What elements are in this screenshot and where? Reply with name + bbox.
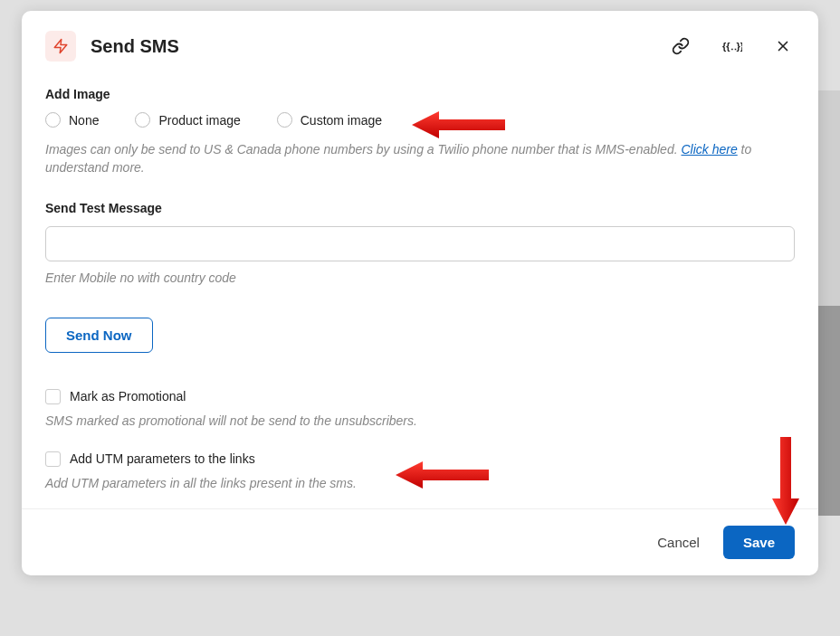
cancel-button[interactable]: Cancel	[654, 527, 703, 557]
radio-custom-label: Custom image	[301, 113, 382, 128]
test-message-helper: Enter Mobile no with country code	[45, 271, 795, 285]
radio-custom-image[interactable]: Custom image	[277, 112, 382, 128]
send-now-button[interactable]: Send Now	[45, 318, 153, 353]
modal-footer: Cancel Save	[22, 508, 818, 575]
radio-circle-icon	[45, 112, 61, 128]
radio-circle-icon	[277, 112, 292, 128]
lightning-icon	[45, 31, 76, 62]
add-utm-checkbox[interactable]: Add UTM parameters to the links	[45, 451, 795, 467]
mark-promotional-checkbox[interactable]: Mark as Promotional	[45, 389, 795, 404]
mark-promotional-label: Mark as Promotional	[70, 389, 186, 403]
add-utm-helper: Add UTM parameters in all the links pres…	[45, 476, 795, 490]
radio-none-label: None	[69, 113, 99, 128]
helper-text-prefix: Images can only be send to US & Canada p…	[45, 142, 681, 157]
background-strip-dark	[816, 306, 840, 516]
add-utm-label: Add UTM parameters to the links	[70, 451, 255, 466]
modal-title: Send SMS	[91, 36, 668, 57]
svg-text:{{‥}}: {{‥}}	[722, 41, 742, 52]
test-message-input[interactable]	[45, 226, 795, 261]
send-sms-modal: Send SMS {{‥}} Add Image	[22, 11, 818, 575]
header-actions: {{‥}}	[668, 33, 795, 59]
checkbox-icon	[45, 451, 61, 467]
link-icon[interactable]	[668, 33, 693, 59]
braces-icon[interactable]: {{‥}}	[719, 34, 746, 58]
svg-marker-0	[54, 40, 67, 53]
checkbox-icon	[45, 389, 61, 404]
add-image-radio-group: None Product image Custom image	[45, 112, 795, 128]
modal-header: Send SMS {{‥}}	[22, 11, 818, 74]
add-image-label: Add Image	[45, 87, 795, 101]
radio-none[interactable]: None	[45, 112, 99, 128]
save-button[interactable]: Save	[723, 526, 795, 559]
radio-product-image[interactable]: Product image	[135, 112, 240, 128]
add-image-helper: Images can only be send to US & Canada p…	[45, 140, 795, 177]
radio-product-label: Product image	[158, 113, 240, 128]
close-icon[interactable]	[771, 34, 795, 58]
mark-promotional-helper: SMS marked as promotional will not be se…	[45, 413, 795, 428]
click-here-link[interactable]: Click here	[681, 142, 737, 157]
modal-body: Add Image None Product image Custom imag…	[22, 74, 818, 508]
send-test-label: Send Test Message	[45, 201, 795, 215]
radio-circle-icon	[135, 112, 150, 128]
